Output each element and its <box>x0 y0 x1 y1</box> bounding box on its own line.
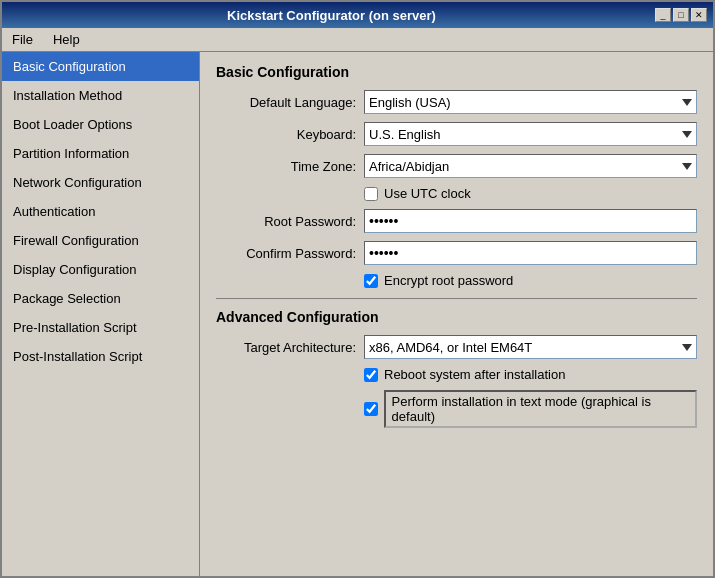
confirm-password-input[interactable] <box>364 241 697 265</box>
sidebar-item-firewall-config[interactable]: Firewall Configuration <box>2 226 199 255</box>
sidebar-item-post-install[interactable]: Post-Installation Script <box>2 342 199 371</box>
sidebar: Basic Configuration Installation Method … <box>2 52 200 576</box>
minimize-button[interactable]: _ <box>655 8 671 22</box>
keyboard-row: Keyboard: U.S. English <box>216 122 697 146</box>
sidebar-item-boot-loader[interactable]: Boot Loader Options <box>2 110 199 139</box>
basic-config-title: Basic Configuration <box>216 64 697 80</box>
maximize-button[interactable]: □ <box>673 8 689 22</box>
utc-clock-checkbox[interactable] <box>364 187 378 201</box>
sidebar-item-network-config[interactable]: Network Configuration <box>2 168 199 197</box>
root-password-control <box>364 209 697 233</box>
divider <box>216 298 697 299</box>
confirm-password-control <box>364 241 697 265</box>
timezone-row: Time Zone: Africa/Abidjan <box>216 154 697 178</box>
reboot-checkbox[interactable] <box>364 368 378 382</box>
textmode-label: Perform installation in text mode (graph… <box>384 390 697 428</box>
menubar: File Help <box>2 28 713 52</box>
sidebar-item-display-config[interactable]: Display Configuration <box>2 255 199 284</box>
root-password-input[interactable] <box>364 209 697 233</box>
window-controls: _ □ ✕ <box>655 8 707 22</box>
sidebar-item-basic-config[interactable]: Basic Configuration <box>2 52 199 81</box>
confirm-password-row: Confirm Password: <box>216 241 697 265</box>
keyboard-label: Keyboard: <box>216 127 364 142</box>
default-language-control: English (USA) <box>364 90 697 114</box>
utc-clock-label: Use UTC clock <box>384 186 471 201</box>
target-arch-row: Target Architecture: x86, AMD64, or Inte… <box>216 335 697 359</box>
sidebar-item-pre-install[interactable]: Pre-Installation Script <box>2 313 199 342</box>
keyboard-control: U.S. English <box>364 122 697 146</box>
menu-file[interactable]: File <box>6 30 39 49</box>
main-layout: Basic Configuration Installation Method … <box>2 52 713 576</box>
target-arch-control: x86, AMD64, or Intel EM64T <box>364 335 697 359</box>
encrypt-label: Encrypt root password <box>384 273 513 288</box>
target-arch-label: Target Architecture: <box>216 340 364 355</box>
encrypt-checkbox[interactable] <box>364 274 378 288</box>
textmode-row: Perform installation in text mode (graph… <box>216 390 697 428</box>
default-language-label: Default Language: <box>216 95 364 110</box>
content-area: Basic Configuration Default Language: En… <box>200 52 713 576</box>
reboot-row: Reboot system after installation <box>216 367 697 382</box>
sidebar-item-package-selection[interactable]: Package Selection <box>2 284 199 313</box>
encrypt-row: Encrypt root password <box>216 273 697 288</box>
textmode-checkbox[interactable] <box>364 402 378 416</box>
utc-clock-row: Use UTC clock <box>216 186 697 201</box>
menu-help[interactable]: Help <box>47 30 86 49</box>
target-arch-select[interactable]: x86, AMD64, or Intel EM64T <box>364 335 697 359</box>
confirm-password-label: Confirm Password: <box>216 246 364 261</box>
default-language-select[interactable]: English (USA) <box>364 90 697 114</box>
keyboard-select[interactable]: U.S. English <box>364 122 697 146</box>
close-button[interactable]: ✕ <box>691 8 707 22</box>
reboot-label: Reboot system after installation <box>384 367 565 382</box>
titlebar: Kickstart Configurator (on server) _ □ ✕ <box>2 2 713 28</box>
window-title: Kickstart Configurator (on server) <box>8 8 655 23</box>
sidebar-item-install-method[interactable]: Installation Method <box>2 81 199 110</box>
sidebar-item-partition-info[interactable]: Partition Information <box>2 139 199 168</box>
advanced-config-title: Advanced Configuration <box>216 309 697 325</box>
root-password-label: Root Password: <box>216 214 364 229</box>
timezone-control: Africa/Abidjan <box>364 154 697 178</box>
default-language-row: Default Language: English (USA) <box>216 90 697 114</box>
sidebar-item-authentication[interactable]: Authentication <box>2 197 199 226</box>
timezone-label: Time Zone: <box>216 159 364 174</box>
timezone-select[interactable]: Africa/Abidjan <box>364 154 697 178</box>
root-password-row: Root Password: <box>216 209 697 233</box>
